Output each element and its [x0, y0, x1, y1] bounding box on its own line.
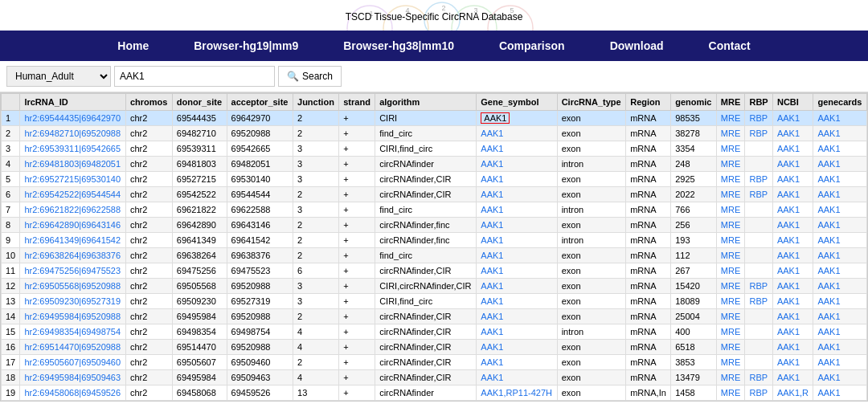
cell-genecards[interactable]: AAK1 — [813, 263, 867, 279]
cell-gene-symbol[interactable]: AAK1 — [477, 141, 557, 157]
cell-rbp[interactable]: RBP — [745, 172, 772, 187]
table-row[interactable]: 10hr2:69638264|69638376chr26963826469638… — [2, 248, 867, 263]
table-row[interactable]: 13hr2:69509230|69527319chr26950923069527… — [2, 294, 867, 309]
cell-rbp[interactable]: RBP — [745, 385, 772, 401]
table-row[interactable]: 18hr2:69495984|69509463chr26949598469509… — [2, 370, 867, 385]
table-row[interactable]: 14hr2:69495984|69520988chr26949598469520… — [2, 309, 867, 324]
cell-lrcrna-id[interactable]: hr2:69482710|69520988 — [20, 126, 126, 141]
cell-lrcrna-id[interactable]: hr2:69481803|69482051 — [20, 157, 126, 172]
cell-gene-symbol[interactable]: AAK1 — [477, 370, 557, 385]
cell-lrcrna-id[interactable]: hr2:69498354|69498754 — [20, 324, 126, 340]
cell-gene-symbol[interactable]: AAK1 — [477, 218, 557, 233]
cell-lrcrna-id[interactable]: hr2:69514470|69520988 — [20, 340, 126, 355]
cell-lrcrna-id[interactable]: hr2:69641349|69641542 — [20, 233, 126, 248]
nav-contact[interactable]: Contact — [686, 31, 773, 61]
cell-gene-symbol[interactable]: AAK1 — [477, 172, 557, 187]
cell-lrcrna-id[interactable]: hr2:69638264|69638376 — [20, 248, 126, 263]
cell-ncbi[interactable]: AAK1 — [772, 324, 813, 340]
cell-mre[interactable]: MRE — [716, 385, 745, 401]
cell-gene-symbol[interactable]: AAK1 — [477, 233, 557, 248]
cell-lrcrna-id[interactable]: hr2:69539311|69542665 — [20, 141, 126, 157]
cell-rbp[interactable] — [745, 263, 772, 279]
cell-ncbi[interactable]: AAK1 — [772, 172, 813, 187]
table-row[interactable]: 12hr2:69505568|69520988chr26950556869520… — [2, 279, 867, 294]
cell-genecards[interactable]: AAK1 — [813, 248, 867, 263]
cell-ncbi[interactable]: AAK1 — [772, 233, 813, 248]
cell-rbp[interactable] — [745, 218, 772, 233]
table-row[interactable]: 7hr2:69621822|69622588chr269621822696225… — [2, 202, 867, 218]
cell-mre[interactable]: MRE — [716, 309, 745, 324]
cell-ncbi[interactable]: AAK1 — [772, 218, 813, 233]
table-row[interactable]: 6hr2:69542522|69544544chr269542522695445… — [2, 187, 867, 202]
cell-genecards[interactable]: AAK1 — [813, 111, 867, 126]
cell-lrcrna-id[interactable]: hr2:69642890|69643146 — [20, 218, 126, 233]
cell-mre[interactable]: MRE — [716, 187, 745, 202]
cell-mre[interactable]: MRE — [716, 294, 745, 309]
cell-mre[interactable]: MRE — [716, 279, 745, 294]
cell-rbp[interactable]: RBP — [745, 370, 772, 385]
cell-mre[interactable]: MRE — [716, 157, 745, 172]
cell-ncbi[interactable]: AAK1 — [772, 248, 813, 263]
table-row[interactable]: 16hr2:69514470|69520988chr26951447069520… — [2, 340, 867, 355]
cell-ncbi[interactable]: AAK1 — [772, 202, 813, 218]
table-row[interactable]: 1hr2:69544435|69642970chr269544435696429… — [2, 111, 867, 126]
cell-rbp[interactable] — [745, 355, 772, 370]
cell-rbp[interactable]: RBP — [745, 111, 772, 126]
table-row[interactable]: 15hr2:69498354|69498754chr26949835469498… — [2, 324, 867, 340]
table-row[interactable]: 3hr2:69539311|69542665chr269539311695426… — [2, 141, 867, 157]
cell-rbp[interactable] — [745, 157, 772, 172]
cell-genecards[interactable]: AAK1 — [813, 355, 867, 370]
cell-ncbi[interactable]: AAK1 — [772, 340, 813, 355]
cell-genecards[interactable]: AAK1 — [813, 141, 867, 157]
cell-rbp[interactable] — [745, 340, 772, 355]
cell-rbp[interactable]: RBP — [745, 126, 772, 141]
cell-lrcrna-id[interactable]: hr2:69458068|69459526 — [20, 385, 126, 401]
cell-genecards[interactable]: AAK1 — [813, 294, 867, 309]
cell-rbp[interactable] — [745, 233, 772, 248]
table-row[interactable]: 2hr2:69482710|69520988chr269482710695209… — [2, 126, 867, 141]
cell-rbp[interactable] — [745, 324, 772, 340]
cell-mre[interactable]: MRE — [716, 233, 745, 248]
cell-genecards[interactable]: AAK1 — [813, 202, 867, 218]
cell-lrcrna-id[interactable]: hr2:69542522|69544544 — [20, 187, 126, 202]
cell-gene-symbol[interactable]: AAK1,RP11-427H — [477, 385, 557, 401]
cell-lrcrna-id[interactable]: hr2:69505568|69520988 — [20, 279, 126, 294]
cell-ncbi[interactable]: AAK1 — [772, 111, 813, 126]
cell-ncbi[interactable]: AAK1 — [772, 355, 813, 370]
cell-genecards[interactable]: AAK1 — [813, 187, 867, 202]
cell-ncbi[interactable]: AAK1 — [772, 279, 813, 294]
cell-mre[interactable]: MRE — [716, 172, 745, 187]
cell-ncbi[interactable]: AAK1 — [772, 263, 813, 279]
cell-gene-symbol[interactable]: AAK1 — [477, 263, 557, 279]
cell-genecards[interactable]: AAK1 — [813, 340, 867, 355]
cell-ncbi[interactable]: AAK1 — [772, 370, 813, 385]
cell-lrcrna-id[interactable]: hr2:69544435|69642970 — [20, 111, 126, 126]
cell-mre[interactable]: MRE — [716, 355, 745, 370]
cell-lrcrna-id[interactable]: hr2:69495984|69520988 — [20, 309, 126, 324]
cell-lrcrna-id[interactable]: hr2:69495984|69509463 — [20, 370, 126, 385]
cell-ncbi[interactable]: AAK1 — [772, 126, 813, 141]
nav-browser-hg19[interactable]: Browser-hg19|mm9 — [171, 31, 321, 61]
cell-rbp[interactable] — [745, 141, 772, 157]
cell-rbp[interactable] — [745, 309, 772, 324]
cell-gene-symbol[interactable]: AAK1 — [477, 355, 557, 370]
table-row[interactable]: 9hr2:69641349|69641542chr269641349696415… — [2, 233, 867, 248]
cell-rbp[interactable]: RBP — [745, 187, 772, 202]
cell-gene-symbol[interactable]: AAK1 — [477, 111, 557, 126]
cell-mre[interactable]: MRE — [716, 141, 745, 157]
search-button[interactable]: 🔍 Search — [278, 66, 342, 87]
nav-comparison[interactable]: Comparison — [477, 31, 588, 61]
cell-genecards[interactable]: AAK1 — [813, 172, 867, 187]
cell-genecards[interactable]: AAK1 — [813, 385, 867, 401]
cell-mre[interactable]: MRE — [716, 111, 745, 126]
cell-mre[interactable]: MRE — [716, 248, 745, 263]
cell-ncbi[interactable]: AAK1,R — [772, 385, 813, 401]
cell-lrcrna-id[interactable]: hr2:69527215|69530140 — [20, 172, 126, 187]
cell-ncbi[interactable]: AAK1 — [772, 309, 813, 324]
species-dropdown[interactable]: Human_Adult Human_Fetal Mouse_Adult Mous… — [6, 66, 111, 87]
nav-home[interactable]: Home — [95, 31, 171, 61]
cell-rbp[interactable]: RBP — [745, 279, 772, 294]
cell-genecards[interactable]: AAK1 — [813, 157, 867, 172]
cell-ncbi[interactable]: AAK1 — [772, 294, 813, 309]
cell-rbp[interactable]: RBP — [745, 294, 772, 309]
